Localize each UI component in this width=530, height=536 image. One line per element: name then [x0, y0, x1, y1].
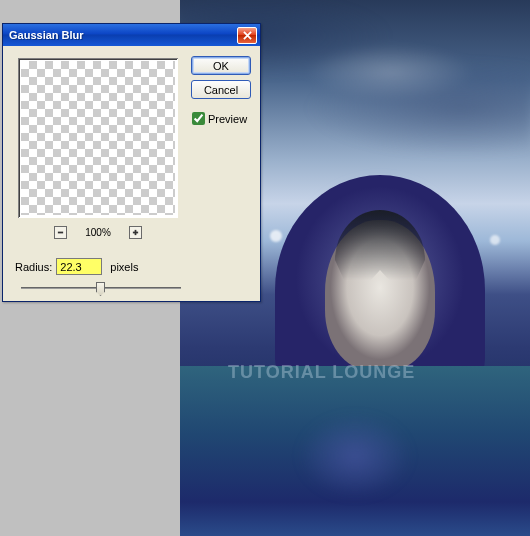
zoom-percent: 100% — [85, 227, 111, 238]
dialog-titlebar[interactable]: Gaussian Blur — [3, 24, 260, 46]
close-icon — [243, 31, 252, 40]
radius-slider[interactable] — [21, 280, 181, 296]
svg-rect-2 — [134, 229, 136, 234]
orb-left — [270, 230, 282, 242]
close-button[interactable] — [237, 27, 257, 44]
effect-preview[interactable] — [18, 58, 178, 218]
radius-input[interactable] — [56, 258, 102, 275]
preview-checkbox-row[interactable]: Preview — [192, 112, 247, 125]
minus-icon — [57, 229, 64, 236]
slider-thumb[interactable] — [96, 282, 105, 296]
svg-rect-0 — [58, 231, 63, 233]
water-region — [180, 366, 530, 536]
orb-right — [490, 235, 500, 245]
ok-button[interactable]: OK — [191, 56, 251, 75]
zoom-controls: 100% — [18, 224, 178, 240]
preview-checkbox-label: Preview — [208, 113, 247, 125]
dialog-title: Gaussian Blur — [9, 29, 237, 41]
transparency-checker — [21, 61, 175, 215]
zoom-out-button[interactable] — [54, 226, 67, 239]
zoom-in-button[interactable] — [129, 226, 142, 239]
dialog-button-column: OK Cancel Preview — [190, 56, 252, 125]
preview-checkbox[interactable] — [192, 112, 205, 125]
cancel-button[interactable]: Cancel — [191, 80, 251, 99]
radius-units: pixels — [110, 261, 138, 273]
radius-row: Radius: pixels — [15, 258, 138, 275]
dialog-body: 100% OK Cancel Preview Radius: pixels — [3, 46, 260, 301]
plus-icon — [132, 229, 139, 236]
radius-label: Radius: — [15, 261, 52, 273]
gaussian-blur-dialog: Gaussian Blur 100% OK Cancel Preview — [2, 23, 261, 302]
watermark-text: TUTORIAL LOUNGE — [228, 362, 415, 383]
